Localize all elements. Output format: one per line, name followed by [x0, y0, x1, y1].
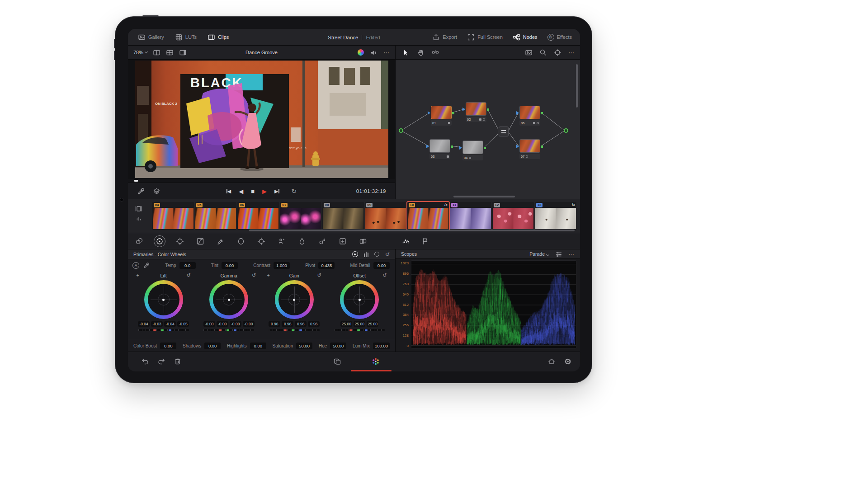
timeline-clip-06[interactable]: 06	[237, 202, 279, 230]
edit-page-button[interactable]	[333, 357, 342, 366]
param-value[interactable]: 100.00	[373, 343, 390, 349]
color-page-button[interactable]	[371, 357, 380, 366]
param-value[interactable]: 1.000	[274, 262, 290, 269]
layer-mixer-node[interactable]	[499, 127, 509, 136]
param-value[interactable]: 0.00	[222, 262, 238, 269]
wheel-reset-icon[interactable]: ↺	[379, 272, 387, 278]
wheel-value[interactable]: 25.00	[354, 321, 365, 327]
gamma-wheel[interactable]	[209, 280, 248, 319]
param-value[interactable]: 50.00	[296, 343, 312, 349]
grid-viewer-icon[interactable]	[166, 49, 174, 56]
add-node-icon[interactable]	[432, 49, 439, 56]
full-screen-button[interactable]: Full Screen	[467, 33, 503, 41]
viewer-scrub-bar[interactable]	[128, 179, 395, 183]
offset-master-slider[interactable]	[334, 329, 385, 331]
wheel-value[interactable]: 0.96	[282, 321, 293, 327]
param-value[interactable]: 0.435	[318, 262, 335, 269]
wheel-value[interactable]: -0.00	[243, 321, 255, 327]
wheel-value[interactable]: 0.96	[295, 321, 307, 327]
speaker-icon[interactable]	[370, 49, 377, 56]
timeline-clip-10[interactable]: 10fx	[407, 202, 449, 230]
timeline-clip-05[interactable]: 05	[195, 202, 236, 230]
wheel-value[interactable]: 0.96	[269, 321, 280, 327]
search-icon[interactable]	[539, 49, 547, 56]
loop-button[interactable]: ↻	[292, 188, 297, 195]
curves-icon[interactable]	[194, 235, 206, 247]
wheel-target-icon[interactable]: +	[137, 273, 144, 278]
shot-match-icon[interactable]	[133, 235, 145, 247]
wheel-target-icon[interactable]: +	[267, 273, 274, 278]
keyframe-panel-icon[interactable]	[419, 235, 431, 247]
undo-button[interactable]	[141, 357, 150, 366]
param-value[interactable]: 0.00	[160, 343, 176, 349]
node-01[interactable]: 01	[431, 106, 452, 126]
wheel-value[interactable]: 0.96	[308, 321, 320, 327]
node-input-dot[interactable]	[399, 128, 403, 133]
clips-button[interactable]: Clips	[208, 33, 229, 41]
scope-mode-select[interactable]: Parade	[529, 251, 549, 257]
redo-button[interactable]	[157, 357, 166, 366]
split-viewer-icon[interactable]	[179, 49, 187, 56]
white-balance-picker-icon[interactable]	[143, 262, 150, 269]
timeline-clip-08[interactable]: 08	[322, 202, 364, 230]
key-icon[interactable]	[316, 235, 328, 247]
qualifier-icon[interactable]	[215, 235, 226, 247]
magic-mask-icon[interactable]	[276, 235, 288, 247]
settings-button[interactable]	[563, 357, 572, 366]
audio-levels-icon[interactable]	[136, 216, 142, 222]
luts-button[interactable]: LUTs	[175, 33, 197, 41]
bars-view-icon[interactable]	[364, 252, 368, 257]
auto-balance-icon[interactable]: A	[132, 262, 139, 269]
node-vertical-scrollbar[interactable]	[576, 64, 578, 108]
blur-icon[interactable]	[296, 235, 308, 247]
viewer-more-options-icon[interactable]: ⋯	[383, 49, 390, 56]
node-03[interactable]: 03	[429, 139, 450, 159]
wheel-value[interactable]: -0.05	[177, 321, 189, 327]
hdr-wheels-icon[interactable]	[174, 235, 186, 247]
wheel-value[interactable]: -0.04	[164, 321, 176, 327]
param-value[interactable]: 0.00	[250, 343, 266, 349]
cursor-tool-icon[interactable]	[402, 49, 410, 56]
effects-button[interactable]: fx Effects	[547, 34, 572, 41]
wheel-value[interactable]: -0.00	[217, 321, 228, 327]
power-window-icon[interactable]	[235, 235, 247, 247]
hand-tool-icon[interactable]	[417, 49, 425, 56]
color-viewer-icon[interactable]	[358, 49, 364, 56]
node-07[interactable]: 07	[519, 139, 540, 159]
primaries-reset-icon[interactable]: ↺	[385, 252, 390, 257]
wheel-value[interactable]: 25.00	[340, 321, 352, 327]
zoom-level-select[interactable]: 78%	[133, 50, 147, 55]
wheel-reset-icon[interactable]: ↺	[249, 272, 256, 278]
scope-more-options-icon[interactable]: ⋯	[568, 251, 575, 258]
timeline-clip-13[interactable]: 13fx	[535, 202, 576, 230]
wheel-value[interactable]: -0.00	[203, 321, 215, 327]
gain-wheel[interactable]	[275, 280, 314, 319]
play-button[interactable]: ▶	[262, 188, 267, 194]
wheel-value[interactable]: -0.04	[138, 321, 150, 327]
wheel-reset-icon[interactable]: ↺	[184, 272, 191, 278]
home-button[interactable]	[547, 357, 556, 366]
timeline-scrollbar[interactable]	[249, 230, 575, 231]
wheel-value[interactable]: -0.03	[151, 321, 163, 327]
gallery-button[interactable]: Gallery	[138, 33, 164, 41]
gamma-master-slider[interactable]	[203, 329, 254, 331]
param-value[interactable]: 0.00	[204, 343, 221, 349]
offset-wheel[interactable]	[340, 280, 379, 319]
zoom-fit-icon[interactable]	[554, 49, 561, 56]
node-02[interactable]: 02	[466, 102, 486, 122]
wheel-value[interactable]: -0.00	[230, 321, 241, 327]
wheel-reset-icon[interactable]: ↺	[314, 272, 321, 278]
skip-back-button[interactable]: ◀	[226, 189, 231, 194]
param-value[interactable]: 0.00	[373, 262, 390, 269]
sizing-icon[interactable]	[337, 235, 349, 247]
node-canvas[interactable]: 01 02 03 04	[396, 60, 580, 199]
stereo-3d-icon[interactable]	[357, 235, 369, 247]
node-06[interactable]: 06	[519, 106, 540, 126]
single-viewer-icon[interactable]	[153, 49, 160, 56]
lift-wheel[interactable]	[144, 280, 183, 319]
stills-icon[interactable]	[525, 49, 533, 56]
timeline-clip-09[interactable]: 09	[365, 202, 406, 230]
wheel-value[interactable]: 25.00	[367, 321, 378, 327]
timeline-clip-04[interactable]: 04	[152, 202, 194, 230]
param-value[interactable]: 0.0	[179, 262, 196, 269]
